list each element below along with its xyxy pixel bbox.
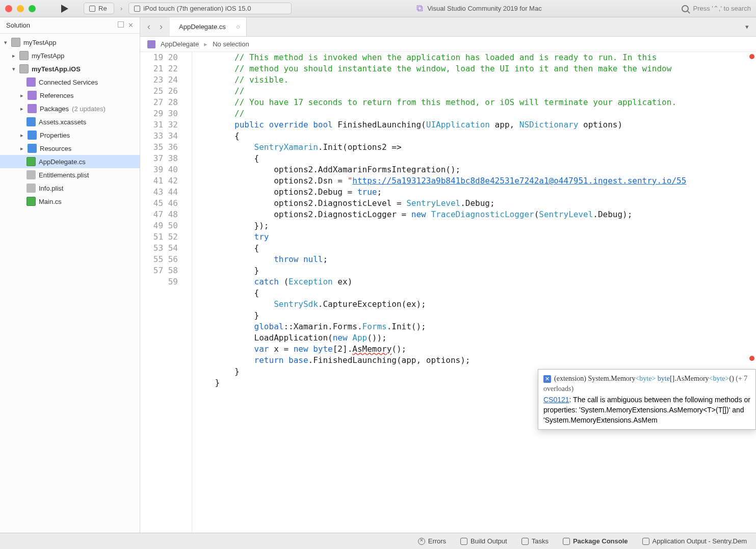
- project-mytestapp-ios[interactable]: ▾myTestApp.iOS: [0, 62, 140, 75]
- tab-overflow-button[interactable]: ▾: [738, 17, 756, 36]
- references[interactable]: ▸References: [0, 89, 140, 102]
- run-button[interactable]: [61, 5, 68, 13]
- disclosure-icon[interactable]: ▾: [3, 39, 8, 46]
- method-icon: ✕: [543, 375, 551, 383]
- plist-file-icon: [27, 170, 36, 179]
- folder-icon: [28, 130, 37, 140]
- error-message: : The call is ambiguous between the foll…: [543, 396, 750, 425]
- minimize-window[interactable]: [17, 5, 24, 12]
- project-mytestapp[interactable]: ▸myTestApp: [0, 49, 140, 62]
- breadcrumb-class[interactable]: AppDelegate: [161, 40, 199, 48]
- search-icon: [682, 5, 689, 12]
- error-marker[interactable]: [749, 356, 754, 361]
- file-infoplist[interactable]: Info.plist: [0, 181, 140, 195]
- build-output-pad-button[interactable]: Build Output: [460, 537, 507, 545]
- build-icon: [460, 538, 467, 545]
- disclosure-icon[interactable]: ▸: [19, 132, 24, 139]
- error-marker[interactable]: [749, 54, 754, 59]
- solution-pad: Solution ✕ ▾myTestApp ▸myTestApp ▾myTest…: [0, 17, 140, 533]
- resources-folder[interactable]: ▸Resources: [0, 142, 140, 155]
- plist-file-icon: [27, 184, 36, 193]
- solution-tree: ▾myTestApp ▸myTestApp ▾myTestApp.iOS Con…: [0, 34, 140, 533]
- disclosure-icon[interactable]: ▸: [19, 145, 24, 152]
- disclosure-icon[interactable]: ▸: [11, 53, 16, 59]
- target-selector[interactable]: iPod touch (7th generation) iOS 15.0: [128, 3, 292, 14]
- disclosure-icon[interactable]: ▸: [19, 106, 24, 112]
- close-window[interactable]: [5, 5, 12, 12]
- code-editor[interactable]: 19 20 21 22 23 24 25 26 27 28 29 30 31 3…: [140, 52, 756, 533]
- error-code-link[interactable]: CS0121: [543, 396, 569, 404]
- vs-icon: ⧉: [416, 3, 423, 14]
- csharp-file-icon: [27, 197, 36, 206]
- tasks-icon: [522, 538, 529, 545]
- zoom-window[interactable]: [29, 5, 36, 12]
- errors-pad-button[interactable]: Errors: [418, 537, 446, 545]
- chevron-right-icon: ▸: [204, 40, 207, 48]
- connected-services[interactable]: Connected Services: [0, 75, 140, 89]
- close-icon[interactable]: ✕: [128, 21, 134, 29]
- solution-root[interactable]: ▾myTestApp: [0, 36, 140, 49]
- fold-gutter[interactable]: [182, 52, 192, 533]
- title-bar: ⧉ Visual Studio Community 2019 for Mac: [297, 3, 661, 14]
- nav-back-button[interactable]: ‹: [147, 21, 150, 32]
- error-icon: [418, 538, 425, 545]
- app-title: Visual Studio Community 2019 for Mac: [427, 5, 541, 12]
- disclosure-icon[interactable]: ▸: [19, 92, 24, 99]
- tab-bar: ‹ › AppDelegate.cs ○ ▾: [140, 17, 756, 37]
- file-entitlements[interactable]: Entitlements.plist: [0, 168, 140, 181]
- device-icon: [134, 6, 140, 12]
- file-main-cs[interactable]: Main.cs: [0, 195, 140, 208]
- package-console-pad-button[interactable]: Package Console: [563, 537, 628, 545]
- tab-appdelegate[interactable]: AppDelegate.cs ○: [170, 17, 247, 36]
- project-icon: [19, 51, 29, 60]
- folder-icon: [27, 117, 36, 126]
- tab-close-icon[interactable]: ○: [236, 23, 240, 31]
- folder-icon: [28, 144, 37, 153]
- console-icon: [563, 538, 570, 545]
- references-icon: [28, 91, 37, 100]
- chevron-right-icon: ›: [119, 5, 123, 12]
- packages[interactable]: ▸Packages (2 updates): [0, 102, 140, 115]
- tasks-pad-button[interactable]: Tasks: [522, 537, 549, 545]
- pin-icon[interactable]: [118, 21, 124, 28]
- error-strip[interactable]: [748, 52, 756, 533]
- breadcrumb-member[interactable]: No selection: [213, 40, 249, 48]
- class-icon: [147, 40, 155, 48]
- solution-pad-header: Solution ✕: [0, 17, 140, 34]
- project-icon: [19, 64, 29, 73]
- nav-forward-button[interactable]: ›: [160, 21, 163, 32]
- window-controls: [5, 5, 36, 12]
- toolbar: Re › iPod touch (7th generation) iOS 15.…: [0, 0, 756, 17]
- code-text[interactable]: // This method is invoked when the appli…: [192, 52, 748, 533]
- solution-icon: [11, 38, 20, 47]
- assets-xcassets[interactable]: Assets.xcassets: [0, 115, 140, 128]
- output-icon: [642, 538, 649, 545]
- tab-label: AppDelegate.cs: [179, 23, 226, 31]
- solution-pad-title: Solution: [6, 21, 30, 29]
- hover-tooltip: ✕(extension) System.Memory<byte> byte[].…: [538, 369, 756, 430]
- disclosure-icon[interactable]: ▾: [11, 66, 16, 72]
- global-search[interactable]: Press '⌃,' to search: [682, 5, 751, 12]
- target-label: iPod touch (7th generation) iOS 15.0: [143, 5, 251, 12]
- connected-services-icon: [27, 77, 36, 87]
- square-icon: [89, 6, 95, 12]
- properties-folder[interactable]: ▸Properties: [0, 128, 140, 142]
- app-output-pad-button[interactable]: Application Output - Sentry.Dem: [642, 537, 747, 545]
- editor: ‹ › AppDelegate.cs ○ ▾ AppDelegate ▸ No …: [140, 17, 756, 533]
- run-config-label: Re: [98, 5, 107, 12]
- search-placeholder: Press '⌃,' to search: [693, 5, 751, 12]
- breadcrumb[interactable]: AppDelegate ▸ No selection: [140, 37, 756, 52]
- csharp-file-icon: [27, 157, 36, 166]
- bottom-pad-bar: Errors Build Output Tasks Package Consol…: [0, 533, 756, 549]
- run-config-selector[interactable]: Re: [84, 3, 114, 14]
- file-appdelegate[interactable]: AppDelegate.cs: [0, 155, 140, 168]
- line-gutter: 19 20 21 22 23 24 25 26 27 28 29 30 31 3…: [140, 52, 182, 533]
- packages-icon: [28, 104, 37, 113]
